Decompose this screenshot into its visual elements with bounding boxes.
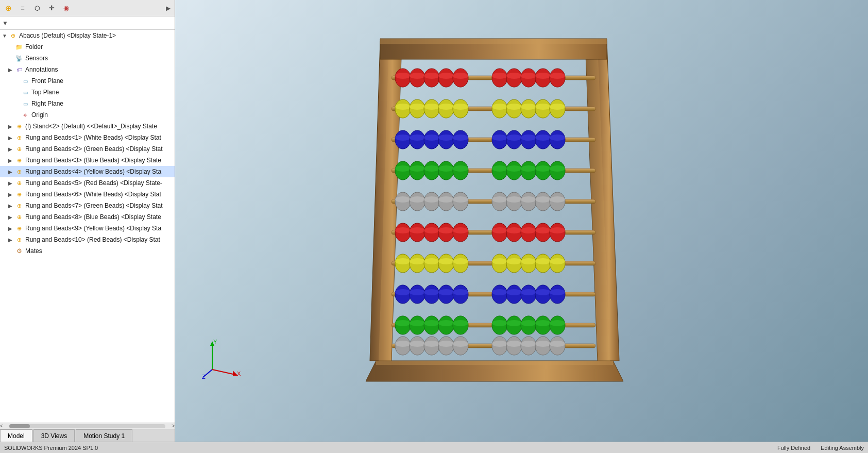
dimxpert-btn[interactable]: ✛ [45, 2, 58, 14]
svg-point-112 [550, 196, 565, 203]
tree-item-rung5[interactable]: ▶ ⊕ Rung and Beads<5> (Red Beads) <Displ… [0, 177, 175, 189]
propertymanager-btn[interactable]: ≡ [16, 2, 29, 14]
viewport[interactable]: Y X Z [175, 0, 868, 442]
svg-point-70 [550, 135, 565, 141]
tree-item-top-plane[interactable]: ▭ Top Plane [0, 87, 175, 98]
top-plane-label: Top Plane [31, 89, 175, 96]
assembly-icon-btn[interactable]: ⊕ [2, 2, 14, 14]
svg-point-150 [521, 258, 536, 264]
annotations-label: Annotations [25, 66, 175, 73]
svg-point-64 [506, 135, 522, 141]
front-plane-icon: ▭ [21, 76, 30, 86]
svg-point-161 [424, 289, 439, 295]
rung5-arrow: ▶ [8, 180, 14, 186]
annotations-expand-arrow: ▶ [8, 67, 14, 73]
svg-point-196 [550, 320, 565, 326]
tree-item-mates[interactable]: ⚙ Mates [0, 245, 175, 257]
tree-root[interactable]: ▼ ⊕ Abacus (Default) <Display State-1> [0, 30, 175, 41]
tree-container[interactable]: ▼ ⊕ Abacus (Default) <Display State-1> 📁… [0, 30, 175, 423]
svg-text:Y: Y [213, 339, 217, 345]
svg-point-115 [395, 227, 411, 233]
tree-item-rung2[interactable]: ▶ ⊕ Rung and Beads<2> (Green Beads) <Dis… [0, 143, 175, 155]
rung2-label: Rung and Beads<2> (Green Beads) <Display… [25, 145, 175, 153]
bottom-tabs: Model 3D Views Motion Study 1 [0, 429, 175, 442]
svg-point-154 [550, 258, 565, 264]
svg-marker-1 [376, 361, 613, 365]
tab-model[interactable]: Model [0, 429, 32, 442]
tree-item-annotations[interactable]: ▶ 🏷 Annotations [0, 64, 175, 75]
svg-point-188 [492, 320, 507, 326]
panel-expand[interactable]: ▶ [163, 4, 173, 13]
tab-motionstudy[interactable]: Motion Study 1 [76, 429, 132, 442]
svg-point-79 [438, 165, 454, 172]
rung3-arrow: ▶ [8, 158, 14, 163]
tree-item-rung1[interactable]: ▶ ⊕ Rung and Beads<1> (White Beads) <Dis… [0, 132, 175, 143]
svg-point-58 [438, 135, 454, 141]
svg-point-62 [492, 135, 507, 141]
svg-point-60 [453, 135, 468, 141]
svg-point-73 [395, 165, 411, 172]
mates-label: Mates [25, 247, 175, 255]
tree-item-rung6[interactable]: ▶ ⊕ Rung and Beads<6> (White Beads) <Dis… [0, 189, 175, 200]
rung3-icon: ⊕ [14, 156, 24, 165]
svg-point-175 [550, 289, 565, 295]
rung10-icon: ⊕ [14, 235, 24, 244]
svg-point-14 [424, 73, 439, 79]
tree-item-rung4[interactable]: ▶ ⊕ Rung and Beads<4> (Yellow Beads) <Di… [0, 166, 175, 177]
rung7-icon: ⊕ [14, 201, 24, 210]
svg-line-221 [212, 370, 235, 375]
svg-point-133 [550, 227, 565, 233]
svg-point-28 [550, 73, 565, 79]
filter-bar: ▼ [0, 16, 175, 30]
svg-point-217 [550, 341, 565, 347]
root-label: Abacus (Default) <Display State-1> [19, 32, 175, 39]
svg-point-209 [492, 341, 507, 347]
rung6-icon: ⊕ [14, 190, 24, 199]
tree-item-front-plane[interactable]: ▭ Front Plane [0, 75, 175, 87]
display-manager-btn[interactable]: ◉ [60, 2, 72, 14]
svg-point-140 [424, 258, 439, 264]
status-right: Fully Defined Editing Assembly [777, 445, 864, 451]
rung1-label: Rung and Beads<1> (White Beads) <Display… [25, 134, 175, 141]
abacus-svg [350, 10, 639, 387]
tree-item-origin[interactable]: ⌖ Origin [0, 109, 175, 121]
tree-item-rung9[interactable]: ▶ ⊕ Rung and Beads<9> (Yellow Beads) <Di… [0, 223, 175, 234]
svg-point-201 [410, 341, 425, 347]
rung8-label: Rung and Beads<8> (Blue Beads) <Display … [25, 213, 175, 221]
svg-point-194 [535, 320, 551, 326]
rung2-icon: ⊕ [14, 144, 24, 154]
svg-point-215 [535, 341, 551, 347]
svg-point-117 [410, 227, 425, 233]
svg-point-33 [410, 104, 425, 110]
svg-point-173 [535, 289, 551, 295]
rung2-arrow: ▶ [8, 146, 14, 152]
tree-item-folder[interactable]: 📁 Folder [0, 41, 175, 53]
svg-point-20 [492, 73, 507, 79]
svg-point-26 [535, 73, 551, 79]
svg-point-119 [424, 227, 439, 233]
svg-point-87 [521, 165, 536, 172]
svg-point-138 [410, 258, 425, 264]
tree-item-rung3[interactable]: ▶ ⊕ Rung and Beads<3> (Blue Beads) <Disp… [0, 155, 175, 166]
rung9-icon: ⊕ [14, 224, 24, 233]
svg-point-91 [550, 165, 565, 172]
tree-item-rung10[interactable]: ▶ ⊕ Rung and Beads<10> (Red Beads) <Disp… [0, 234, 175, 245]
configmanager-btn[interactable]: ⬡ [31, 2, 43, 14]
panel-toolbar: ⊕ ≡ ⬡ ✛ ◉ ▶ [0, 0, 175, 16]
h-scroll[interactable]: < > [0, 423, 175, 429]
svg-point-31 [395, 104, 411, 110]
tree-item-rung8[interactable]: ▶ ⊕ Rung and Beads<8> (Blue Beads) <Disp… [0, 211, 175, 223]
stand-icon: ⊕ [14, 122, 24, 131]
svg-point-18 [453, 73, 468, 79]
svg-point-54 [410, 135, 425, 141]
rung9-label: Rung and Beads<9> (Yellow Beads) <Displa… [25, 225, 175, 232]
tree-item-sensors[interactable]: 📡 Sensors [0, 53, 175, 64]
tree-item-right-plane[interactable]: ▭ Right Plane [0, 98, 175, 109]
rung1-icon: ⊕ [14, 133, 24, 142]
tree-item-rung7[interactable]: ▶ ⊕ Rung and Beads<7> (Green Beads) <Dis… [0, 200, 175, 211]
tree-item-stand[interactable]: ▶ ⊕ (f) Stand<2> (Default) <<Default>_Di… [0, 121, 175, 132]
svg-point-211 [506, 341, 522, 347]
tab-3dviews[interactable]: 3D Views [33, 429, 75, 442]
svg-point-184 [438, 320, 454, 326]
svg-point-163 [438, 289, 454, 295]
